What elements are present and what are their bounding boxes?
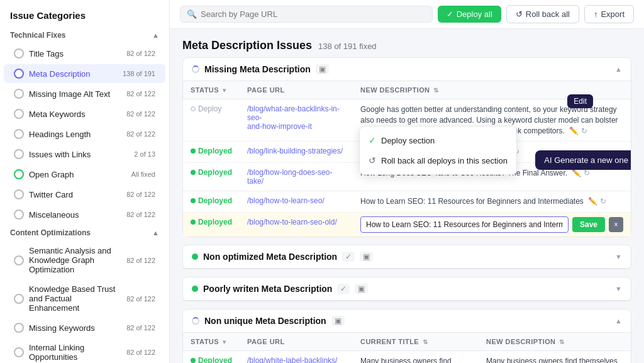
deploy-all-button[interactable]: ✓ Deploy all — [438, 6, 501, 23]
rollback-section-label: Roll back all deploys in this section — [381, 156, 508, 165]
refresh-icon[interactable]: ↻ — [584, 169, 590, 177]
sidebar-item-label: Miscelaneous — [29, 210, 121, 220]
col-newdesc-header: NEW DESCRIPTION ⇅ — [479, 333, 631, 351]
roll-back-all-button[interactable]: ↺ Roll back all — [506, 5, 579, 23]
deploy-status[interactable]: Deploy — [191, 104, 232, 113]
sidebar-item-miscelaneous[interactable]: Miscelaneous 82 of 122 — [4, 205, 165, 224]
poorly-written-header[interactable]: Poorly writen Meta Description ✓ ▣ ▼ — [183, 277, 631, 301]
fixed-count: 138 of 191 fixed — [318, 42, 377, 51]
edit-icon[interactable]: ✏️ — [572, 169, 581, 177]
ai-generate-label: AI Generate a new one — [544, 155, 628, 165]
status-cell: Deployed — [183, 142, 240, 163]
sidebar-item-label: Knowledge Based Trust and Factual Enhanc… — [29, 284, 121, 313]
sidebar-item-badge: 138 of 191 — [123, 70, 155, 77]
sort-icon-newdesc[interactable]: ⇅ — [559, 338, 564, 345]
sidebar-item-badge: 82 of 122 — [126, 130, 155, 138]
partial-icon — [14, 255, 24, 265]
partial-icon — [14, 189, 24, 199]
non-unique-header[interactable]: Non unique Meta Description ▣ ▲ — [183, 310, 631, 333]
sidebar-item-issues-with-links[interactable]: Issues with Links 2 of 13 — [4, 145, 165, 164]
deploy-all-section-item[interactable]: ✓ Deploy section — [360, 130, 516, 150]
deployed-status: Deployed — [191, 218, 232, 226]
non-optimized-header[interactable]: Non optimized Meta Description ✓ ▣ ▼ — [183, 245, 631, 269]
sidebar: Issue Categories Technical Fixes ▲ Title… — [0, 0, 170, 363]
col-url-header: PAGE URL — [240, 333, 353, 351]
deployed-status: Deployed — [191, 147, 232, 155]
partial-icon — [14, 294, 24, 304]
export-icon: ↑ — [594, 9, 598, 19]
missing-meta-title: Missing Meta Description — [204, 64, 311, 74]
partial-icon — [14, 89, 24, 99]
sidebar-item-meta-description[interactable]: Meta Description 138 of 191 — [4, 64, 165, 83]
sidebar-item-label: Semantic Analysis and Knowledge Graph Op… — [29, 246, 121, 274]
sidebar-item-semantic-analysis[interactable]: Semantic Analysis and Knowledge Graph Op… — [4, 242, 165, 279]
page-url-link[interactable]: /blog/what-are-backlinks-in-seo-and-how-… — [247, 104, 340, 131]
sidebar-item-twitter-card[interactable]: Twitter Card 82 of 122 — [4, 185, 165, 204]
col-url-header: PAGE URL — [240, 81, 353, 99]
inline-edit-input[interactable] — [360, 216, 569, 233]
poorly-written-count2: ▣ — [355, 284, 368, 294]
sidebar-item-label: Meta Keywords — [29, 109, 121, 119]
close-button[interactable]: × — [609, 217, 623, 232]
sort-icon-desc[interactable]: ⇅ — [433, 87, 438, 94]
export-label: Export — [601, 9, 625, 19]
topbar: 🔍 ✓ Deploy all ↺ Roll back all ↑ Export — [170, 0, 644, 29]
col-status-header[interactable]: STATUS ▾ — [183, 333, 240, 351]
technical-fixes-header[interactable]: Technical Fixes ▲ — [0, 27, 169, 43]
sidebar-item-missing-image-alt[interactable]: Missing Image Alt Text 82 of 122 — [4, 84, 165, 103]
section-chevron-up[interactable]: ▲ — [615, 317, 622, 325]
page-url-link[interactable]: /blog/link-building-strategies/ — [247, 147, 343, 155]
page-url-link[interactable]: /blog/white-label-backlinks/ — [247, 356, 337, 363]
url-cell: /blog/how-to-learn-seo/ — [240, 191, 353, 213]
sidebar-item-internal-linking[interactable]: Internal Linking Opportunities 82 of 122 — [4, 338, 165, 363]
partial-icon — [14, 323, 24, 333]
search-box[interactable]: 🔍 — [180, 6, 433, 23]
ai-tooltip[interactable]: AI Generate a new one — [535, 150, 631, 170]
edit-icon[interactable]: ✏️ — [588, 197, 597, 206]
sidebar-item-meta-keywords[interactable]: Meta Keywords 82 of 122 — [4, 104, 165, 123]
save-button[interactable]: Save — [572, 217, 605, 232]
deployed-status: Deployed — [191, 356, 232, 363]
section-chevron-down[interactable]: ▼ — [615, 253, 622, 260]
sidebar-item-label: Headings Length — [29, 130, 121, 139]
col-status-header[interactable]: STATUS ▾ — [183, 81, 240, 99]
partial-icon — [14, 347, 24, 357]
sidebar-item-missing-keywords[interactable]: Missing Keywords 82 of 122 — [4, 318, 165, 337]
rollback-section-item[interactable]: ↺ Roll back all deploys in this section — [360, 150, 516, 170]
search-input[interactable] — [201, 9, 426, 19]
current-title-cell: Many business owners find themselves won… — [353, 350, 479, 363]
missing-meta-count: ▣ — [316, 64, 329, 74]
desc-text: Many business owners find themselves won… — [486, 357, 621, 363]
page-url-link[interactable]: /blog/how-to-learn-seo/ — [247, 196, 325, 205]
page-url-link[interactable]: /blog/how-long-does-seo-take/ — [247, 168, 332, 186]
non-unique-title: Non unique Meta Description — [204, 316, 326, 326]
content-area: Meta Description Issues 138 of 191 fixed… — [170, 29, 644, 363]
missing-meta-header[interactable]: Missing Meta Description ▣ ▲ — [183, 58, 631, 81]
deployed-dot — [191, 198, 196, 203]
content-optimizations-header[interactable]: Content Optimizations ▲ — [0, 225, 169, 241]
partial-icon — [14, 149, 24, 159]
section-chevron-up[interactable]: ▲ — [615, 65, 622, 73]
page-url-link[interactable]: /blog/how-to-learn-seo-old/ — [247, 218, 337, 226]
sort-icon[interactable]: ▾ — [223, 338, 226, 345]
sort-icon-currtitle[interactable]: ⇅ — [423, 338, 428, 345]
non-unique-count: ▣ — [331, 316, 345, 326]
sidebar-item-label: Missing Image Alt Text — [29, 89, 121, 99]
section-chevron-down[interactable]: ▼ — [615, 285, 622, 293]
sidebar-item-headings-length[interactable]: Headings Length 82 of 122 — [4, 125, 165, 143]
sidebar-item-badge: 82 of 122 — [126, 324, 155, 332]
missing-meta-section: Missing Meta Description ▣ ▲ ✓ Deploy se… — [182, 57, 631, 237]
deployed-dot — [191, 220, 196, 225]
sort-icon[interactable]: ▾ — [223, 87, 226, 94]
url-cell: /blog/how-long-does-seo-take/ — [240, 163, 353, 191]
sidebar-item-open-graph[interactable]: Open Graph All fixed — [4, 165, 165, 184]
edit-icon[interactable]: ✏️ — [569, 126, 579, 135]
refresh-icon[interactable]: ↻ — [581, 126, 587, 135]
refresh-icon[interactable]: ↻ — [600, 197, 606, 206]
deploy-all-section-label: Deploy section — [381, 136, 435, 145]
sidebar-item-title-tags[interactable]: Title Tags 82 of 122 — [4, 44, 165, 63]
partial-icon-active — [14, 69, 24, 79]
export-button[interactable]: ↑ Export — [584, 5, 634, 23]
sidebar-item-knowledge-based[interactable]: Knowledge Based Trust and Factual Enhanc… — [4, 280, 165, 317]
non-unique-table: STATUS ▾ PAGE URL CURRENT TITLE ⇅ NEW DE… — [183, 333, 631, 363]
